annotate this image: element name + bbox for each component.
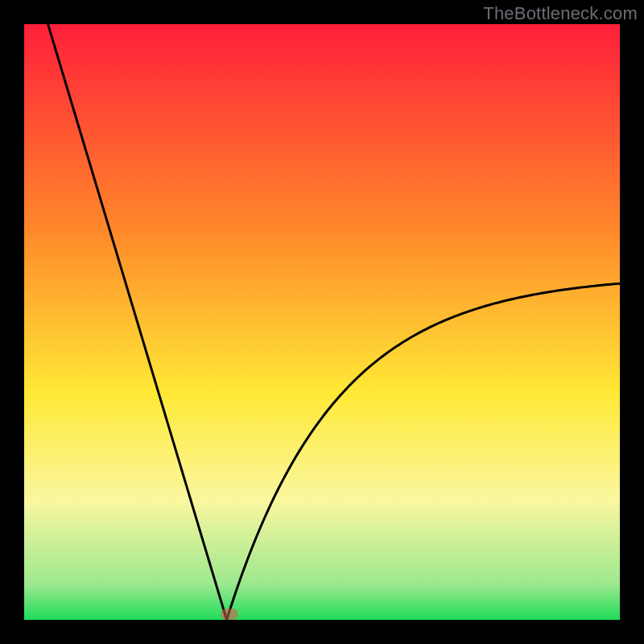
- plot-area: [24, 24, 620, 620]
- watermark-text: TheBottleneck.com: [483, 3, 638, 24]
- optimal-point-marker: [221, 609, 238, 620]
- chart-frame: TheBottleneck.com: [0, 0, 644, 644]
- bottleneck-curve: [24, 24, 620, 620]
